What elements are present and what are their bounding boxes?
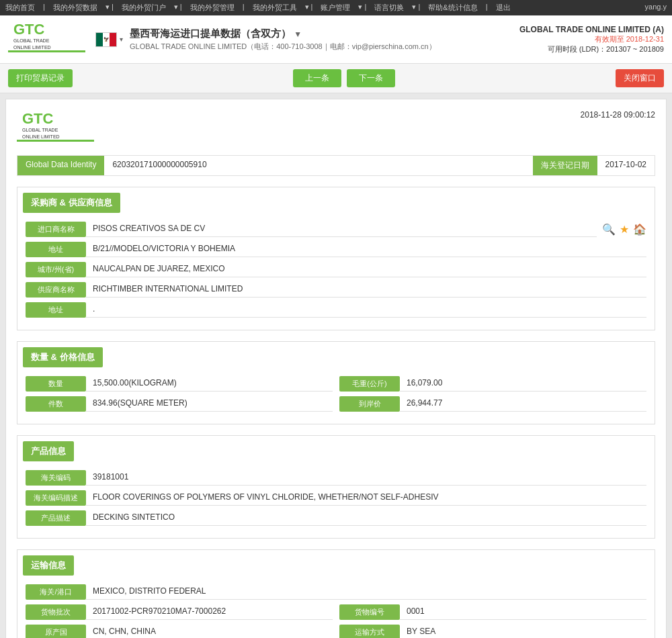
nav-trade-tools[interactable]: 我的外贸工具 [253,3,297,13]
close-button-top[interactable]: 关闭窗口 [616,69,664,87]
flag-arrow: ▾ [120,36,123,43]
shipment-batch-label: 货物批次 [26,604,86,620]
origin-label: 原产国 [26,625,86,639]
print-button-top[interactable]: 打印贸易记录 [8,69,73,87]
nav-trade-portal[interactable]: 我的外贸门户 [122,3,166,13]
nav-separator2: ▾ | [106,3,114,13]
importer-address-label: 地址 [26,242,86,257]
title-area: 墨西哥海运进口提单数据（含双方） ▼ GLOBAL TRADE ONLINE L… [130,28,519,52]
pieces-value: 834.96(SQUARE METER) [86,396,333,412]
top-navigation: 我的首页 | 我的外贸数据 ▾ | 我的外贸门户 ▾ | 我的外贸管理 | 我的… [0,0,672,15]
origin-transport-row: 原产国 CN, CHN, CHINA 运输方式 BY SEA [26,624,646,638]
quantity-price-body: 数量 15,500.00(KILOGRAM) 毛重(公斤) 16,079.00 … [17,373,655,424]
supplier-label: 供应商名称 [26,282,86,298]
product-desc-label: 产品描述 [26,510,86,526]
nav-logout[interactable]: 退出 [496,3,511,13]
pieces-label: 件数 [26,396,86,412]
global-data-identity-value: 620320171000000005910 [104,156,532,175]
section-product: 产品信息 海关编码 39181001 海关编码描述 FLOOR COVERING… [17,435,655,539]
section-buyer-supplier: 采购商 & 供应商信息 进口商名称 PISOS CREATIVOS SA DE … [17,187,655,330]
hs-desc-label: 海关编码描述 [26,490,86,506]
search-icon[interactable]: 🔍 [602,223,616,236]
svg-rect-4 [8,50,85,52]
supplier-address-value: . [86,302,646,318]
customs-port-value: MEXICO, DISTRITO FEDERAL [86,584,646,600]
svg-rect-9 [17,140,94,142]
svg-text:GTC: GTC [22,110,54,127]
unit-price-col: 到岸价 26,944.77 [339,396,646,412]
home-icon[interactable]: 🏠 [633,223,646,236]
page-title: 墨西哥海运进口提单数据（含双方） ▼ [130,28,519,40]
quantity-gross-row: 数量 15,500.00(KILOGRAM) 毛重(公斤) 16,079.00 [26,375,646,392]
transport-mode-col: 运输方式 BY SEA [339,624,646,638]
company-name: GLOBAL TRADE ONLINE LIMITED (A) [519,25,664,34]
doc-timestamp: 2018-11-28 09:00:12 [581,110,655,120]
hs-desc-row: 海关编码描述 FLOOR COVERINGS OF POLYMERS OF VI… [26,490,646,506]
gross-weight-value: 16,079.00 [400,375,646,392]
prev-button-top[interactable]: 上一条 [293,69,341,87]
nav-help[interactable]: 帮助&统计信息 [428,3,477,13]
customs-date-label: 海关登记日期 [533,156,597,175]
gross-weight-col: 毛重(公斤) 16,079.00 [339,375,646,392]
nav-home[interactable]: 我的首页 [5,3,35,13]
supplier-address-row: 地址 . [26,302,646,318]
customs-port-label: 海关/港口 [26,584,86,600]
validity-date: 有效期至 2018-12-31 [519,34,664,44]
transport-mode-label: 运输方式 [339,625,400,639]
product-desc-row: 产品描述 DECKING SINTETICO [26,510,646,526]
nav-language[interactable]: 语言切换 [374,3,404,13]
page-subtitle: GLOBAL TRADE ONLINE LIMITED（电话：400-710-3… [130,42,519,52]
city-label: 城市/州(省) [26,262,86,277]
next-button-top[interactable]: 下一条 [347,69,395,87]
nav-account[interactable]: 账户管理 [321,3,350,13]
buyer-supplier-body: 进口商名称 PISOS CREATIVOS SA DE CV 🔍 ★ 🏠 地址 … [17,218,655,330]
top-toolbar: 打印贸易记录 上一条 下一条 关闭窗口 [0,64,672,93]
product-body: 海关编码 39181001 海关编码描述 FLOOR COVERINGS OF … [17,467,655,538]
hs-code-row: 海关编码 39181001 [26,469,646,486]
nav-trade-data[interactable]: 我的外贸数据 [53,3,97,13]
gtc-logo: GTC GLOBAL TRADE ONLINE LIMITED [8,21,89,58]
nav-separator8: | [486,3,488,13]
quantity-value: 15,500.00(KILOGRAM) [86,375,333,392]
nav-trade-mgmt[interactable]: 我的外贸管理 [190,3,235,13]
nav-user: yang.y [645,3,667,13]
customs-port-row: 海关/港口 MEXICO, DISTRITO FEDERAL [26,584,646,600]
product-desc-value: DECKING SINTETICO [86,510,646,526]
origin-col: 原产国 CN, CHN, CHINA [26,624,333,638]
quantity-label: 数量 [26,376,86,392]
transport-body: 海关/港口 MEXICO, DISTRITO FEDERAL 货物批次 2017… [17,581,655,638]
hs-code-label: 海关编码 [26,470,86,486]
transport-title: 运输信息 [23,555,74,576]
star-icon[interactable]: ★ [620,223,629,236]
city-value: NAUCALPAN DE JUAREZ, MEXICO [86,261,646,277]
section-quantity-price: 数量 & 价格信息 数量 15,500.00(KILOGRAM) 毛重(公斤) … [17,341,655,424]
ldr-info: 可用时段 (LDR)：201307 ~ 201809 [519,44,664,54]
flag-area: 🦅 ▾ [95,32,123,47]
quantity-price-title: 数量 & 价格信息 [23,347,103,367]
shipment-batch-value: 20171002-PCR970210MA7-7000262 [86,604,333,620]
action-icons: 🔍 ★ 🏠 [602,223,646,236]
unit-price-label: 到岸价 [339,396,400,412]
importer-row: 进口商名称 PISOS CREATIVOS SA DE CV 🔍 ★ 🏠 [26,221,646,237]
doc-header: GTC GLOBAL TRADE ONLINE LIMITED 2018-11-… [17,110,655,147]
importer-label: 进口商名称 [26,222,86,237]
pieces-price-row: 件数 834.96(SQUARE METER) 到岸价 26,944.77 [26,396,646,412]
importer-value: PISOS CREATIVOS SA DE CV [86,221,597,237]
importer-address-row: 地址 B/21//MODELO/VICTORIA Y BOHEMIA [26,241,646,257]
document-content: GTC GLOBAL TRADE ONLINE LIMITED 2018-11-… [5,99,667,638]
quantity-col: 数量 15,500.00(KILOGRAM) [26,375,333,392]
section-transport: 运输信息 海关/港口 MEXICO, DISTRITO FEDERAL 货物批次… [17,549,655,638]
svg-text:ONLINE LIMITED: ONLINE LIMITED [22,134,60,139]
nav-separator7: ▾ | [412,3,420,13]
hs-code-value: 39181001 [86,469,646,486]
supplier-row: 供应商名称 RICHTIMBER INTERNATIONAL LIMITED [26,281,646,298]
nav-links[interactable]: 我的首页 | 我的外贸数据 ▾ | 我的外贸门户 ▾ | 我的外贸管理 | 我的… [5,3,511,13]
city-row: 城市/州(省) NAUCALPAN DE JUAREZ, MEXICO [26,261,646,277]
nav-separator6: ▾ | [358,3,366,13]
identity-row: Global Data Identity 6203201710000000059… [17,155,655,176]
transport-mode-value: BY SEA [400,624,646,638]
global-data-identity-label: Global Data Identity [17,156,104,175]
origin-value: CN, CHN, CHINA [86,624,333,638]
shipment-num-col: 货物编号 0001 [339,604,646,620]
doc-logo: GTC GLOBAL TRADE ONLINE LIMITED [17,110,97,147]
